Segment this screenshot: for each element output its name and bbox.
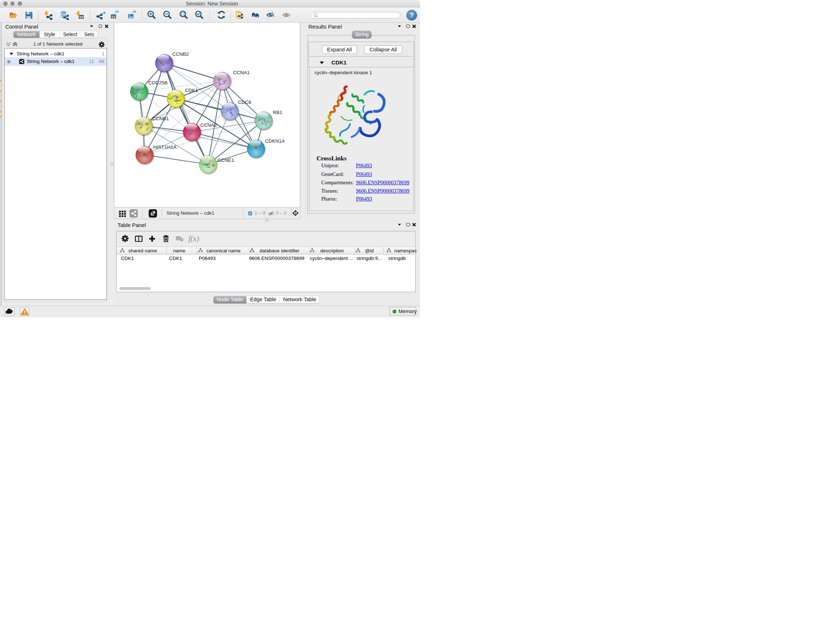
svg-text:CDKN1A: CDKN1A	[265, 138, 285, 144]
svg-text:CCNA1: CCNA1	[233, 70, 249, 75]
svg-text:CCNA2: CCNA2	[200, 122, 217, 128]
svg-text:CCNB2: CCNB2	[172, 51, 189, 57]
svg-text:CDC6: CDC6	[238, 100, 251, 105]
svg-text:CDC25B: CDC25B	[148, 80, 167, 86]
svg-text:CDK1: CDK1	[185, 88, 198, 93]
svg-text:CCNE1: CCNE1	[218, 157, 234, 163]
svg-text:HIST1H1A: HIST1H1A	[153, 144, 177, 150]
svg-text:RB1: RB1	[273, 110, 282, 115]
svg-text:CCNB1: CCNB1	[152, 116, 169, 121]
